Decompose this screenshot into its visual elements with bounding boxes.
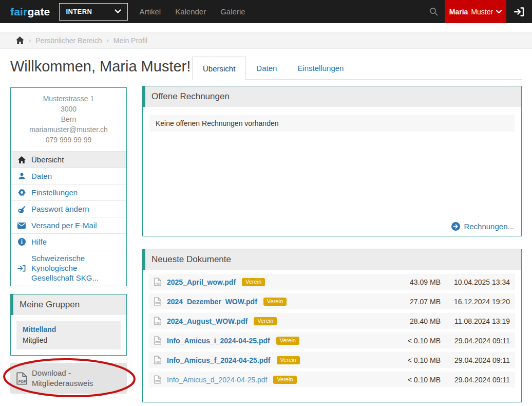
invoices-link[interactable]: Rechnungen...: [451, 222, 514, 231]
sidebar-item-einstellungen[interactable]: Einstellungen: [11, 184, 126, 200]
sidebar-item-skg[interactable]: Schweizerische Kynologische Gesellschaft…: [11, 250, 126, 286]
profile-tabs: Übersicht Daten Einstellungen: [192, 57, 522, 80]
address-zip: 3000: [15, 104, 122, 114]
document-date: 11.08.2024 13:19: [441, 317, 510, 325]
document-size: 43.09 MB: [389, 278, 441, 286]
breadcrumb-item-mein-profil[interactable]: Mein Profil: [113, 36, 147, 45]
panel-accent-bar: [11, 294, 13, 315]
address-phone: 079 999 99 99: [15, 135, 122, 145]
envelope-icon: [17, 223, 26, 229]
home-icon[interactable]: [15, 36, 24, 44]
verein-badge[interactable]: Verein: [273, 376, 296, 384]
home-icon: [17, 156, 26, 163]
invoices-panel-header: Offene Rechnungen: [143, 86, 521, 107]
sidebar-item-label: Passwort ändern: [31, 204, 89, 214]
tab-uebersicht[interactable]: Übersicht: [192, 57, 246, 80]
nav-link-artikel[interactable]: Artikel: [139, 7, 161, 16]
document-date: 29.04.2024 09:11: [441, 356, 510, 364]
pdf-file-icon: PDF: [154, 317, 161, 325]
user-menu[interactable]: Maria Muster: [445, 0, 506, 23]
fairgate-logo[interactable]: fairgate: [10, 6, 50, 18]
breadcrumb-separator: ›: [107, 36, 109, 44]
chevron-down-icon: [496, 10, 502, 14]
documents-panel-header: Neueste Dokumente: [143, 249, 521, 270]
search-icon[interactable]: [422, 0, 445, 23]
document-size: < 0.10 MB: [389, 376, 441, 384]
navbar-right: Maria Muster: [422, 0, 532, 23]
group-list-item[interactable]: Mittelland Mitglied: [16, 321, 121, 349]
sidebar-item-passwort-aendern[interactable]: Passwort ändern: [11, 200, 126, 217]
sidebar-item-label: Versand per E-Mail: [31, 220, 97, 230]
breadcrumb-separator: ›: [29, 36, 31, 44]
groups-panel-body: Mittelland Mitglied: [11, 315, 126, 355]
sidebar-item-hilfe[interactable]: Hilfe: [11, 233, 126, 250]
pdf-file-icon: PDF: [154, 336, 161, 345]
document-link[interactable]: Info_Amicus_f_2024-04-25.pdf: [167, 356, 271, 364]
document-row: PDF 2025_April_wow.pdf Verein 43.09 MB 1…: [149, 274, 515, 290]
address-city: Bern: [15, 114, 122, 124]
document-link[interactable]: 2024_Dezember_WOW.pdf: [167, 298, 257, 306]
document-link[interactable]: 2024_August_WOW.pdf: [167, 317, 248, 325]
svg-text:PDF: PDF: [155, 283, 160, 285]
tab-einstellungen[interactable]: Einstellungen: [287, 57, 354, 79]
document-row: PDF 2024_Dezember_WOW.pdf Verein 27.07 M…: [149, 293, 515, 309]
page-title: Willkommen, Maria Muster!: [10, 58, 191, 75]
invoices-panel-title: Offene Rechnungen: [151, 91, 230, 102]
nav-link-kalender[interactable]: Kalender: [175, 7, 206, 16]
verein-badge[interactable]: Verein: [277, 356, 300, 364]
verein-badge[interactable]: Verein: [242, 278, 265, 286]
document-link[interactable]: Info_Amicus_i_2024-04-25.pdf: [167, 337, 270, 345]
user-last-name: Muster: [471, 8, 493, 16]
top-navbar: fairgate INTERN Artikel Kalender Galerie…: [0, 0, 532, 23]
sign-out-icon[interactable]: [506, 0, 532, 23]
verein-badge[interactable]: Verein: [263, 298, 287, 306]
user-first-name: Maria: [449, 8, 468, 16]
groups-panel-header: Meine Gruppen: [11, 294, 126, 315]
sidebar-item-label: Übersicht: [31, 155, 64, 164]
invoices-link-label: Rechnungen...: [464, 222, 514, 231]
profile-sidebar: Musterstrasse 1 3000 Bern mariamuster@mu…: [10, 87, 127, 286]
page-title-strong: Muster!: [141, 58, 191, 75]
panel-accent-bar: [143, 86, 145, 107]
documents-list: PDF 2025_April_wow.pdf Verein 43.09 MB 1…: [143, 270, 521, 387]
svg-text:PDF: PDF: [155, 361, 160, 363]
sidebar-item-label: Schweizerische Kynologische Gesellschaft…: [31, 253, 120, 283]
document-date: 16.12.2024 19:20: [441, 298, 510, 306]
nav-link-galerie[interactable]: Galerie: [220, 7, 245, 16]
breadcrumb-item-persoenlicher-bereich[interactable]: Persönlicher Bereich: [35, 36, 102, 45]
sidebar-item-daten[interactable]: Daten: [11, 168, 126, 184]
tab-daten[interactable]: Daten: [246, 57, 287, 79]
document-size: < 0.10 MB: [389, 337, 441, 345]
verein-badge[interactable]: Verein: [254, 317, 277, 325]
pdf-file-icon: PDF: [16, 372, 27, 385]
sign-in-icon: [17, 265, 26, 272]
key-icon: [17, 205, 26, 213]
groups-panel: Meine Gruppen Mittelland Mitglied: [10, 294, 127, 356]
document-date: 10.04.2025 13:34: [441, 278, 510, 286]
panel-accent-bar: [143, 249, 145, 270]
org-select-dropdown[interactable]: INTERN: [59, 3, 128, 21]
verein-badge[interactable]: Verein: [276, 337, 299, 345]
document-date: 29.04.2024 09:11: [441, 337, 510, 345]
invoices-empty-message: Keine offenen Rechnungen vorhanden: [149, 115, 515, 132]
svg-text:PDF: PDF: [155, 380, 160, 383]
download-membership-card-button[interactable]: PDF Download - Mitgliederausweis: [10, 363, 127, 394]
group-name[interactable]: Mittelland: [23, 324, 115, 335]
document-link[interactable]: Info_Amicus_d_2024-04-25.pdf: [167, 376, 267, 384]
main-nav: Artikel Kalender Galerie: [139, 7, 245, 16]
profile-menu: Übersicht Daten Einstellungen Passwort ä…: [11, 151, 126, 286]
document-size: < 0.10 MB: [389, 356, 441, 364]
document-row: PDF Info_Amicus_i_2024-04-25.pdf Verein …: [149, 333, 515, 348]
chevron-down-icon: [115, 9, 121, 14]
profile-address: Musterstrasse 1 3000 Bern mariamuster@mu…: [11, 88, 126, 151]
document-date: 29.04.2024 09:11: [441, 376, 510, 384]
svg-text:PDF: PDF: [155, 302, 160, 305]
group-role: Mitglied: [23, 335, 115, 346]
breadcrumb: › Persönlicher Bereich › Mein Profil: [0, 32, 532, 49]
logo-text-gate: gate: [27, 6, 50, 17]
document-row: PDF 2024_August_WOW.pdf Verein 28.40 MB …: [149, 313, 515, 329]
document-link[interactable]: 2025_April_wow.pdf: [167, 278, 236, 286]
document-size: 27.07 MB: [389, 298, 441, 306]
sidebar-item-uebersicht[interactable]: Übersicht: [11, 151, 126, 168]
sidebar-item-versand-per-email[interactable]: Versand per E-Mail: [11, 217, 126, 233]
